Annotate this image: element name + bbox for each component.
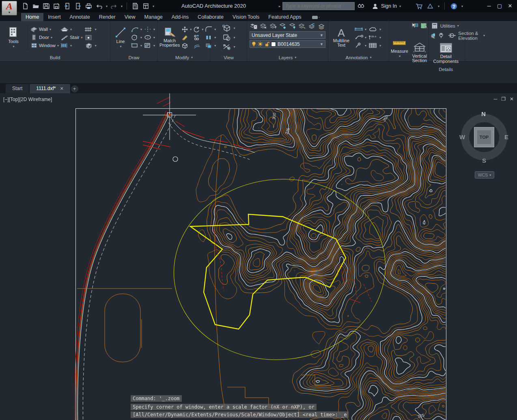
layer-match-icon[interactable] — [298, 22, 306, 30]
erase-tool[interactable] — [181, 34, 192, 41]
enhanced-grid-tool[interactable] — [84, 34, 97, 41]
application-menu-button[interactable]: A ▾ — [2, 1, 17, 15]
break-tool[interactable] — [193, 34, 203, 41]
arc-tool[interactable]: ▾ — [131, 26, 142, 33]
line-button[interactable]: Line ▾ — [112, 26, 129, 50]
tag-tool[interactable]: 1▾ — [354, 42, 366, 50]
dimension-tool[interactable]: ▾ — [354, 26, 366, 33]
tab-featured-apps[interactable]: Featured Apps — [264, 13, 306, 21]
circle-tool[interactable]: ▾ — [131, 34, 142, 41]
tab-vision-tools[interactable]: Vision Tools — [228, 13, 264, 21]
layer-freeze-icon[interactable] — [279, 22, 287, 30]
viewport-minimize-icon[interactable]: ─ — [494, 96, 498, 102]
viewcube-east[interactable]: E — [504, 134, 508, 140]
window-tool[interactable]: Window▾ — [30, 42, 59, 50]
ellipse-tool[interactable]: ▾ — [144, 34, 155, 41]
panel-modify-label[interactable]: Modify▾ — [158, 54, 210, 61]
tab-annotate[interactable]: Annotate — [65, 13, 95, 21]
new-file-icon[interactable] — [21, 2, 29, 10]
rectangle-tool[interactable]: ▾ — [131, 42, 142, 50]
tab-insert[interactable]: Insert — [43, 13, 65, 21]
tab-manage[interactable]: Manage — [140, 13, 167, 21]
leader-tool[interactable]: ▾ — [354, 34, 366, 41]
file-tab-start[interactable]: Start — [6, 84, 29, 93]
search-input[interactable] — [282, 2, 355, 10]
panel-view-label[interactable]: View — [211, 54, 247, 61]
layer-dropdown[interactable]: B0014635 ▼ — [250, 40, 325, 48]
ribbon-display-toggle-icon[interactable] — [312, 13, 319, 21]
search-icon[interactable] — [357, 2, 365, 10]
section-box-tool[interactable]: Section & Elevation▾ — [429, 32, 485, 39]
viewcube-top-face[interactable]: TOP — [474, 127, 494, 147]
viewport-close-icon[interactable]: ✕ — [510, 96, 514, 102]
redo-icon[interactable] — [110, 2, 118, 10]
move-tool[interactable]: ▾ — [181, 26, 192, 33]
visual-styles-tool[interactable]: ▾ — [222, 34, 235, 41]
viewport-restore-icon[interactable]: ❐ — [501, 96, 506, 102]
panel-build-label[interactable]: Build — [0, 54, 110, 61]
layer-previous-icon[interactable] — [308, 22, 316, 30]
panel-layers-label[interactable]: Layers▾ — [247, 54, 328, 61]
sign-in-button[interactable]: Sign In ▾ — [371, 2, 401, 10]
minimize-icon[interactable]: ─ — [484, 0, 494, 11]
match-properties-button[interactable]: Match Properties — [159, 26, 180, 49]
panel-draw-label[interactable]: Draw — [110, 54, 157, 61]
search-expand-icon[interactable]: ▸ — [279, 4, 280, 8]
panel-details-label[interactable]: Details — [429, 65, 463, 73]
column-grid-tool[interactable]: ▾ — [84, 26, 97, 33]
wcs-dropdown[interactable]: WCS ▾ — [475, 171, 494, 179]
undo-dropdown-icon[interactable]: ▾ — [106, 4, 108, 8]
offset-tool[interactable] — [193, 42, 203, 50]
qat-customize-icon[interactable]: ▾ — [153, 4, 154, 8]
viewcube-north[interactable]: N — [481, 110, 486, 117]
select-similar-tool[interactable] — [420, 22, 439, 30]
file-tab-close-icon[interactable]: ✕ — [60, 86, 63, 91]
tab-addins[interactable]: Add-ins — [167, 13, 193, 21]
layer-unsaved-icon[interactable] — [318, 22, 325, 30]
import-icon[interactable] — [63, 2, 71, 10]
roof-slab-tool[interactable]: ▾ — [60, 26, 83, 33]
viewcube-west[interactable]: W — [459, 134, 465, 140]
layer-properties-icon[interactable] — [250, 22, 257, 30]
viewcube-south[interactable]: S — [482, 157, 486, 164]
sheet-set-icon[interactable] — [131, 2, 139, 10]
vertical-section-button[interactable]: Vertical Section — [411, 41, 428, 64]
view-cube-tool[interactable]: ▾ — [222, 24, 235, 32]
layer-state-dropdown[interactable]: Unsaved Layer State ▼ — [250, 31, 325, 39]
app-store-cart-icon[interactable] — [415, 2, 423, 10]
save-icon[interactable] — [42, 2, 50, 10]
elevation-mark-tool[interactable] — [436, 32, 457, 39]
text-style-tool[interactable]: 09·A▾ — [368, 34, 381, 41]
panel-section-label[interactable]: Section & Elevation▾ — [458, 32, 485, 39]
autodesk-logo-icon[interactable] — [426, 2, 434, 10]
undo-icon[interactable] — [95, 2, 103, 10]
drawing-canvas[interactable] — [75, 108, 446, 420]
layer-on-icon[interactable] — [269, 22, 277, 30]
rotate-tool[interactable]: ▾ — [193, 26, 203, 33]
layer-lock-icon[interactable] — [265, 41, 269, 47]
help-icon[interactable]: ? — [450, 2, 458, 10]
open-file-icon[interactable] — [32, 2, 40, 10]
hatch-tool[interactable]: ▾ — [144, 42, 155, 50]
tab-home[interactable]: Home — [21, 13, 43, 21]
curtain-wall-tool[interactable]: ▾ — [60, 42, 83, 50]
panel-utilities-label[interactable]: Utilities▾ — [440, 22, 459, 30]
table-tool[interactable]: ▾ — [368, 42, 381, 50]
3d-box-tool[interactable] — [181, 42, 192, 50]
viewport-controls[interactable]: [−][Top][2D Wireframe] — [3, 97, 52, 102]
box-massing-tool[interactable]: ▾ — [84, 42, 97, 50]
maximize-icon[interactable]: ▢ — [494, 0, 505, 11]
point-tool[interactable]: ▾ — [144, 26, 155, 33]
layer-bulb-icon[interactable] — [252, 41, 256, 47]
detail-components-button[interactable]: Detail Components — [432, 41, 460, 65]
help-dropdown-icon[interactable]: ▾ — [461, 4, 463, 8]
save-as-icon[interactable] — [53, 2, 61, 10]
new-drawing-tab-button[interactable]: + — [71, 85, 78, 93]
stair-tool[interactable]: Stair▾ — [60, 34, 83, 41]
file-tab-document[interactable]: 1111.dxf* ✕ — [30, 84, 70, 93]
tab-view[interactable]: View — [120, 13, 140, 21]
export-icon[interactable] — [74, 2, 82, 10]
layer-sun-icon[interactable] — [258, 41, 263, 47]
section-mark-tool[interactable] — [447, 32, 457, 39]
autodesk-dropdown-icon[interactable]: ▾ — [438, 4, 439, 8]
